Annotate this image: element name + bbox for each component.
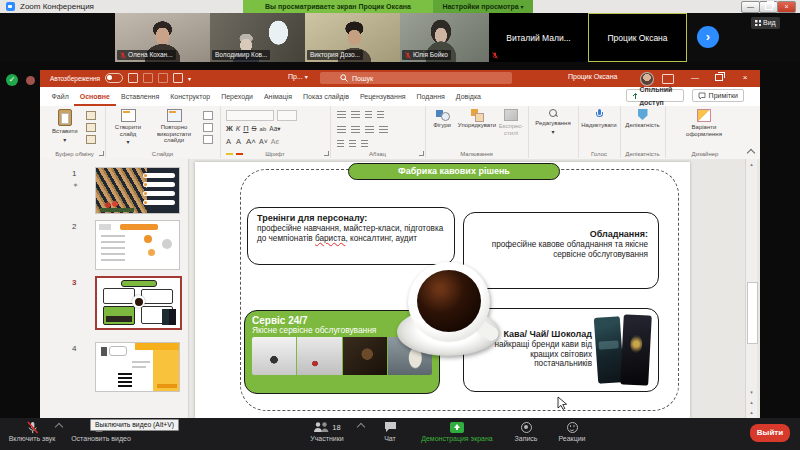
copy-icon[interactable] (86, 123, 96, 132)
participant-video-yulia[interactable]: Юлія Бойко (400, 13, 489, 62)
clear-formatting-icon[interactable]: Ає (271, 138, 279, 145)
undo-icon[interactable] (143, 73, 153, 83)
shrink-font-icon[interactable]: А˅ (259, 138, 268, 145)
record-button[interactable]: Запись (506, 421, 546, 442)
participant-tile-vitaliy[interactable]: Виталий Мали... (489, 13, 588, 62)
underline-button[interactable]: П (243, 124, 248, 133)
reactions-button[interactable]: Реакции (550, 421, 594, 442)
format-painter-icon[interactable] (86, 135, 96, 144)
numbering-icon[interactable] (351, 111, 360, 118)
zoom-close-button[interactable]: × (777, 1, 796, 13)
slide-thumbnail-3-selected[interactable] (95, 276, 182, 330)
arrange-button[interactable]: Упорядкувати (457, 109, 497, 129)
align-right-icon[interactable] (365, 126, 374, 133)
font-size-select[interactable] (277, 110, 297, 121)
customize-qat-icon[interactable]: ▾ (188, 75, 191, 82)
italic-button[interactable]: К (236, 124, 240, 133)
dialog-launcher-icon[interactable] (324, 151, 329, 156)
increase-indent-icon[interactable] (377, 111, 384, 118)
tab-design[interactable]: Конструктор (165, 87, 216, 106)
autosave-toggle[interactable] (105, 73, 123, 83)
columns-icon[interactable] (361, 140, 368, 147)
quick-styles-button[interactable]: Експрес-стилі (497, 109, 525, 136)
cut-icon[interactable] (86, 111, 96, 120)
align-center-icon[interactable] (351, 126, 360, 133)
new-slide-button[interactable]: Створити слайд ▾ (111, 109, 145, 146)
slide-thumbnail-1[interactable] (95, 167, 180, 214)
participant-video-viktoria[interactable]: Виктория Дозо... (305, 13, 400, 62)
scroll-down-icon[interactable]: ▾ (746, 387, 757, 397)
leave-meeting-button[interactable]: Выйти (750, 424, 790, 442)
slide-title-pill[interactable]: Фабрика кавових рішень (348, 163, 560, 180)
participant-tile-protsyk-oksana[interactable]: Процик Оксана (588, 13, 687, 62)
justify-icon[interactable] (379, 126, 388, 133)
slide-layout-icon[interactable] (203, 111, 213, 120)
ppt-minimize-button[interactable]: — (684, 70, 706, 87)
decrease-indent-icon[interactable] (365, 111, 372, 118)
tab-slideshow[interactable]: Показ слайдів (298, 87, 355, 106)
dialog-launcher-icon[interactable] (99, 151, 104, 156)
paste-button[interactable]: Вставити ▾ (52, 109, 78, 143)
grow-font-icon[interactable]: А˄ (246, 137, 256, 146)
save-icon[interactable] (128, 73, 138, 83)
participant-video-olena[interactable]: Олена Кохан... (115, 13, 210, 62)
chat-button[interactable]: Чат (374, 421, 406, 442)
scrollbar-thumb[interactable] (747, 282, 758, 344)
trainings-box[interactable]: Тренінги для персоналу: професійне навча… (247, 207, 455, 265)
tab-help[interactable]: Довідка (450, 87, 486, 106)
unmute-button[interactable]: Включить звук (4, 421, 60, 442)
change-case-icon[interactable]: Аа▾ (269, 125, 280, 133)
scroll-up-icon[interactable]: ▴ (746, 159, 757, 169)
ppt-close-button[interactable]: × (734, 70, 756, 87)
view-layout-button[interactable]: Вид (751, 17, 780, 29)
participant-video-volodymyr[interactable]: Володимир Ков... (210, 13, 305, 62)
font-name-select[interactable] (226, 110, 274, 121)
sensitivity-button[interactable]: Делікатність (622, 109, 663, 129)
tab-home[interactable]: Основне (74, 87, 115, 106)
shapes-button[interactable]: Фігури (429, 109, 455, 129)
share-screen-button[interactable]: Демонстрация экрана (412, 421, 502, 442)
dictate-button[interactable]: Надиктувати (580, 109, 618, 129)
bullets-icon[interactable] (337, 111, 346, 118)
redo-icon[interactable] (158, 73, 168, 83)
slide-thumbnail-4[interactable] (95, 342, 180, 392)
dialog-launcher-icon[interactable] (419, 151, 424, 156)
account-name[interactable]: Процик Оксана (568, 73, 617, 80)
equipment-body: професійне кавове обладнання та якісне с… (474, 240, 648, 259)
line-spacing-icon[interactable] (337, 140, 344, 147)
search-box[interactable]: Пошук (320, 72, 512, 84)
tab-review[interactable]: Рецензування (354, 87, 411, 106)
ppt-restore-button[interactable] (708, 70, 730, 87)
tab-insert[interactable]: Вставлення (116, 87, 165, 106)
text-direction-icon[interactable] (349, 140, 356, 147)
editing-button[interactable]: Редагування ▾ (534, 109, 572, 135)
participants-options-chevron[interactable] (357, 423, 365, 431)
tab-file[interactable]: Файл (46, 87, 74, 106)
section-icon[interactable] (203, 135, 213, 144)
zoom-restore-button[interactable] (759, 1, 778, 13)
tab-animations[interactable]: Анімація (258, 87, 297, 106)
next-participants-button[interactable]: › (697, 26, 719, 48)
share-button[interactable]: Спільний доступ (626, 89, 684, 102)
slide-scrollbar[interactable]: ▴ ▾ ▴▴ (745, 159, 757, 418)
participants-button[interactable]: 18 Участники (298, 421, 356, 442)
zoom-titlebar: Zoom Конференция Вы просматриваете экран… (0, 0, 800, 14)
tab-view[interactable]: Подання (411, 87, 450, 106)
comments-button[interactable]: Примітки (692, 89, 744, 102)
collapse-ribbon-icon[interactable] (747, 149, 755, 157)
bold-button[interactable]: Ж (226, 124, 233, 133)
document-name[interactable]: Пр... ▾ (288, 73, 308, 80)
start-slideshow-icon[interactable] (173, 73, 183, 83)
view-settings-dropdown[interactable]: Настройки просмотра ▾ (433, 0, 533, 13)
slide-thumbnail-2[interactable] (95, 220, 180, 270)
zoom-minimize-button[interactable]: — (741, 1, 760, 13)
slide-canvas[interactable]: Фабрика кавових рішень Тренінги для перс… (195, 162, 690, 418)
tab-transitions[interactable]: Переходи (216, 87, 259, 106)
character-spacing-icon[interactable]: ab (260, 126, 267, 132)
design-ideas-button[interactable]: Варіанти оформлення (679, 109, 729, 137)
reuse-slides-button[interactable]: Повторно використати слайди (149, 109, 199, 144)
strikethrough-button[interactable]: S (252, 124, 257, 133)
reset-slide-icon[interactable] (203, 123, 213, 132)
align-left-icon[interactable] (337, 126, 346, 133)
previous-slide-icon[interactable]: ▴▴ (746, 397, 757, 407)
